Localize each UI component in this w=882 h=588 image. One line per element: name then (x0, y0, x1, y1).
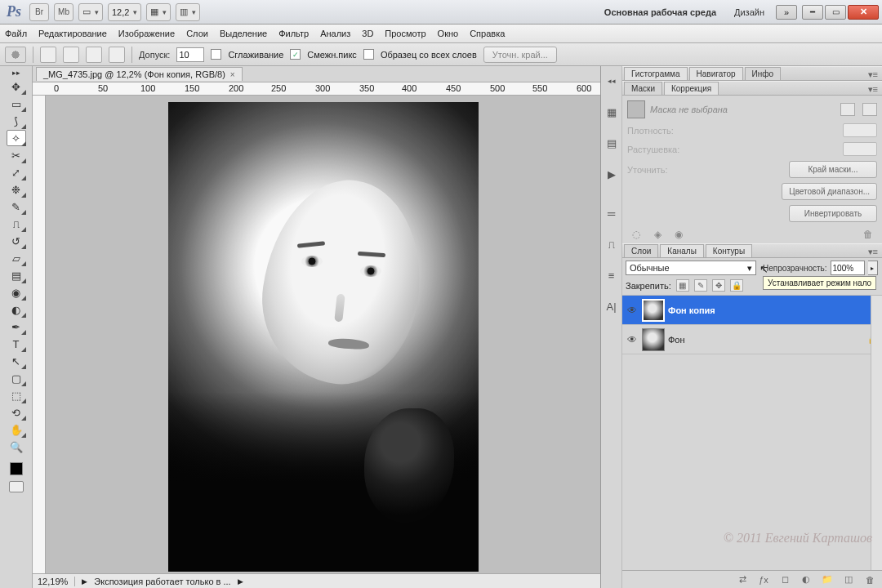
menu-image[interactable]: Изображение (118, 29, 175, 38)
delete-layer-icon[interactable]: 🗑 (862, 573, 877, 586)
panel-menu-icon[interactable]: ▾≡ (864, 84, 882, 95)
lock-transparent-icon[interactable]: ▦ (676, 279, 689, 292)
load-selection-icon[interactable]: ◌ (629, 229, 644, 240)
lock-all-icon[interactable]: 🔒 (730, 279, 743, 292)
selection-subtract-icon[interactable] (86, 47, 102, 63)
brush-tool-icon[interactable]: ✎ (7, 198, 26, 215)
menu-window[interactable]: Окно (438, 29, 459, 38)
contiguous-checkbox[interactable]: ✓ (290, 49, 301, 60)
tab-layers[interactable]: Слои (624, 244, 658, 257)
blend-mode-dropdown[interactable]: Обычные▾ (626, 261, 756, 275)
expand-toolbox-icon[interactable]: ▸▸ (7, 68, 26, 78)
minibridge-icon[interactable]: Mb (54, 3, 74, 21)
refine-edge-button[interactable]: Уточн. край... (483, 47, 557, 63)
opacity-arrow-icon[interactable]: ▸ (868, 261, 878, 275)
tab-navigator[interactable]: Навигатор (689, 67, 743, 80)
apply-mask-icon[interactable]: ◈ (650, 229, 665, 240)
status-arrow-icon[interactable]: ▶ (238, 577, 243, 586)
status-zoom[interactable]: 12,19% (38, 577, 68, 586)
menu-analysis[interactable]: Анализ (320, 29, 350, 38)
layers-scrollbar[interactable] (871, 296, 882, 570)
tab-info[interactable]: Инфо (745, 67, 782, 80)
pixel-mask-icon[interactable] (840, 103, 855, 116)
panel-menu-icon[interactable]: ▾≡ (864, 247, 882, 257)
invert-button[interactable]: Инвертировать (789, 205, 877, 222)
zoom-tool-icon[interactable]: 🔍 (7, 439, 26, 455)
shape-tool-icon[interactable]: ▢ (7, 370, 26, 386)
menu-filter[interactable]: Фильтр (278, 29, 309, 38)
foreground-swatch[interactable] (10, 462, 23, 475)
eraser-tool-icon[interactable]: ▱ (7, 250, 26, 266)
dock-character-icon[interactable]: A| (604, 298, 620, 314)
gradient-tool-icon[interactable]: ▤ (7, 267, 26, 283)
menu-edit[interactable]: Редактирование (38, 29, 107, 38)
dock-clone-icon[interactable]: ⎍ (604, 236, 620, 252)
tolerance-input[interactable] (176, 47, 204, 62)
history-brush-tool-icon[interactable]: ↺ (7, 233, 26, 249)
workspace-main[interactable]: Основная рабочая среда (598, 7, 723, 17)
color-range-button[interactable]: Цветовой диапазон... (782, 183, 877, 200)
visibility-icon[interactable]: 👁 (626, 304, 639, 317)
menu-select[interactable]: Выделение (220, 29, 267, 38)
magic-wand-tool-icon[interactable]: ✧ (7, 130, 26, 146)
crop-tool-icon[interactable]: ✂ (7, 147, 26, 163)
antialias-checkbox[interactable] (211, 49, 221, 60)
zoom-level-dropdown[interactable]: 12,2 (108, 3, 141, 21)
screen-mode-dropdown[interactable]: ▭ (78, 3, 103, 21)
window-maximize-icon[interactable]: ▭ (825, 5, 846, 20)
menu-layer[interactable]: Слои (186, 29, 208, 38)
arrange-docs-dropdown[interactable]: ▦ (146, 3, 171, 21)
document-tab[interactable]: _MG_4735.jpg @ 12,2% (Фон копия, RGB/8) … (36, 67, 243, 81)
mask-edge-button[interactable]: Край маски... (789, 161, 877, 178)
density-value[interactable] (843, 123, 877, 137)
selection-intersect-icon[interactable] (109, 47, 125, 63)
tab-adjustments[interactable]: Коррекция (664, 82, 719, 95)
quickmask-icon[interactable] (9, 481, 24, 492)
feather-value[interactable] (843, 142, 877, 156)
window-minimize-icon[interactable]: ━ (802, 5, 823, 20)
tab-histogram[interactable]: Гистограмма (624, 67, 688, 80)
canvas[interactable] (46, 96, 600, 573)
window-close-icon[interactable]: ✕ (848, 5, 879, 20)
bridge-icon[interactable]: Br (29, 3, 49, 21)
marquee-tool-icon[interactable]: ▭ (7, 96, 26, 112)
workspace-design[interactable]: Дизайн (728, 7, 771, 17)
3d-camera-tool-icon[interactable]: ⟲ (7, 404, 26, 421)
dock-collapse-icon[interactable]: ◂◂ (604, 73, 620, 89)
move-tool-icon[interactable]: ✥ (7, 78, 26, 95)
selection-add-icon[interactable] (63, 47, 79, 63)
status-doc-icon[interactable]: ▶ (82, 577, 87, 586)
layer-row[interactable]: 👁 Фон 🔒 (622, 325, 882, 354)
selection-new-icon[interactable] (40, 47, 56, 63)
3d-tool-icon[interactable]: ⬚ (7, 387, 26, 403)
pen-tool-icon[interactable]: ✒ (7, 318, 26, 335)
dock-brush-icon[interactable]: ═ (604, 205, 620, 221)
workspace-expand-icon[interactable]: » (776, 5, 797, 20)
delete-mask-icon[interactable]: 🗑 (861, 229, 875, 240)
group-icon[interactable]: 📁 (820, 573, 835, 586)
menu-view[interactable]: Просмотр (385, 29, 425, 38)
layer-name[interactable]: Фон (668, 335, 685, 345)
path-select-tool-icon[interactable]: ↖ (7, 353, 26, 369)
dock-styles-icon[interactable]: ▤ (604, 135, 620, 151)
menu-help[interactable]: Справка (470, 29, 505, 38)
dock-swatches-icon[interactable]: ▦ (604, 104, 620, 120)
lock-position-icon[interactable]: ✥ (712, 279, 725, 292)
dock-history-icon[interactable]: ≡ (604, 267, 620, 283)
menu-file[interactable]: Файл (5, 29, 27, 38)
vector-mask-icon[interactable] (862, 103, 877, 116)
layer-name[interactable]: Фон копия (668, 305, 715, 315)
panel-menu-icon[interactable]: ▾≡ (864, 69, 882, 80)
hand-tool-icon[interactable]: ✋ (7, 421, 26, 438)
tab-channels[interactable]: Каналы (660, 244, 704, 257)
current-tool-icon[interactable] (5, 47, 26, 63)
healing-tool-icon[interactable]: ❉ (7, 181, 26, 198)
blur-tool-icon[interactable]: ◉ (7, 284, 26, 301)
extras-dropdown[interactable]: ▥ (176, 3, 200, 21)
visibility-icon[interactable]: 👁 (626, 333, 639, 346)
stamp-tool-icon[interactable]: ⎍ (7, 216, 26, 232)
adjustment-layer-icon[interactable]: ◐ (799, 573, 813, 586)
eyedropper-tool-icon[interactable]: ⤢ (7, 164, 26, 180)
menu-3d[interactable]: 3D (362, 29, 373, 38)
dock-actions-icon[interactable]: ▶ (604, 166, 620, 182)
